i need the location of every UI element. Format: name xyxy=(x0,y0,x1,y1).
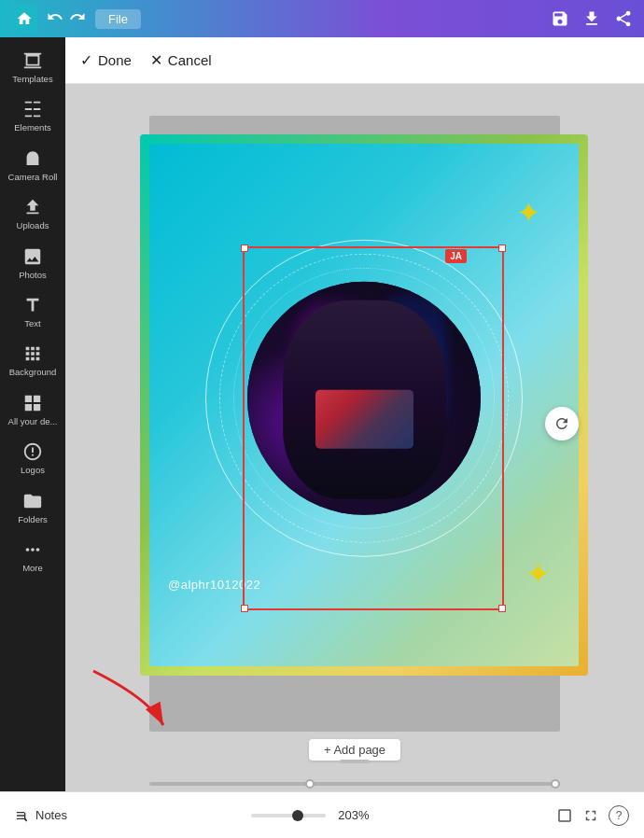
sidebar-camera-roll-label: Camera Roll xyxy=(8,172,58,182)
face-background xyxy=(247,282,481,515)
sidebar-elements-label: Elements xyxy=(14,122,51,133)
sidebar-item-more[interactable]: More xyxy=(0,532,65,580)
notes-button[interactable]: Notes xyxy=(15,808,67,823)
sidebar-all-designs-label: All your de... xyxy=(8,416,58,426)
design-card[interactable]: ✦ ✦ @alphr1012022 xyxy=(140,134,588,676)
redo-button[interactable] xyxy=(69,8,86,29)
sidebar-photos-label: Photos xyxy=(19,270,47,280)
refresh-button[interactable] xyxy=(545,407,579,440)
sidebar-uploads-label: Uploads xyxy=(17,220,49,230)
zoom-level: 203% xyxy=(335,808,372,822)
done-button[interactable]: ✓ Done xyxy=(80,51,132,69)
check-icon: ✓ xyxy=(80,51,92,69)
sidebar-logos-label: Logos xyxy=(21,465,45,475)
bottom-bar: Notes 203% ? xyxy=(0,791,644,838)
top-bar-actions xyxy=(551,9,633,28)
top-bar: File xyxy=(0,0,644,37)
fullscreen-icon[interactable] xyxy=(582,807,599,824)
sidebar-item-uploads[interactable]: Uploads xyxy=(0,189,65,238)
sparkle-bottom-right: ✦ xyxy=(525,556,551,592)
canvas-wrapper: ✦ ✦ @alphr1012022 JA + Ad xyxy=(65,84,644,763)
sidebar-more-label: More xyxy=(22,563,43,573)
face-shape xyxy=(283,300,446,499)
design-inner: ✦ ✦ @alphr1012022 xyxy=(149,144,579,666)
zoom-slider-thumb[interactable] xyxy=(292,810,303,821)
sidebar-templates-label: Templates xyxy=(12,74,52,84)
zoom-controls: 203% xyxy=(251,808,372,822)
undo-button[interactable] xyxy=(47,8,63,29)
sidebar-background-label: Background xyxy=(9,367,57,377)
top-bar-left: File xyxy=(11,6,141,32)
zoom-slider-wrap xyxy=(251,814,326,817)
action-bar: ✓ Done ✕ Cancel xyxy=(65,37,644,84)
drag-handle[interactable] xyxy=(340,760,370,763)
username-text: @alphr1012022 xyxy=(168,578,260,592)
sidebar-folders-label: Folders xyxy=(18,514,48,524)
undo-redo-group xyxy=(47,8,86,29)
mask-piece xyxy=(315,389,413,449)
pages-icon[interactable] xyxy=(556,807,573,824)
cancel-label: Cancel xyxy=(168,52,212,68)
cancel-button[interactable]: ✕ Cancel xyxy=(150,51,212,69)
scroll-thumb-right xyxy=(551,779,560,789)
x-icon: ✕ xyxy=(150,51,162,69)
sidebar-item-photos[interactable]: Photos xyxy=(0,239,65,287)
sidebar-item-text[interactable]: Text xyxy=(0,287,65,336)
sparkle-top-right: ✦ xyxy=(516,195,541,230)
canvas-background[interactable]: ✦ ✦ @alphr1012022 JA xyxy=(149,116,560,732)
sidebar-item-folders[interactable]: Folders xyxy=(0,483,65,532)
bottom-right-icons: ? xyxy=(556,805,629,826)
save-icon[interactable] xyxy=(551,9,569,28)
add-page-button[interactable]: + Add page xyxy=(309,739,400,761)
done-label: Done xyxy=(98,52,132,68)
horizontal-scroll-track[interactable] xyxy=(149,782,560,786)
scroll-thumb-left xyxy=(305,779,315,789)
sidebar-item-camera-roll[interactable]: Camera Roll xyxy=(0,141,65,189)
drag-handle-bar xyxy=(340,760,370,763)
file-menu[interactable]: File xyxy=(95,9,141,29)
profile-photo xyxy=(247,282,481,515)
circle-rings xyxy=(196,230,532,566)
zoom-slider[interactable] xyxy=(251,814,326,817)
help-button[interactable]: ? xyxy=(609,805,629,826)
sidebar: Templates Elements Camera Roll Uploads P… xyxy=(0,37,65,791)
sidebar-item-all-designs[interactable]: All your de... xyxy=(0,385,65,434)
sidebar-item-logos[interactable]: Logos xyxy=(0,434,65,482)
notes-icon xyxy=(15,808,30,823)
share-icon[interactable] xyxy=(614,9,633,28)
main-canvas-area: ✦ ✦ @alphr1012022 JA + Ad xyxy=(65,37,644,791)
home-button[interactable] xyxy=(11,6,37,32)
sidebar-item-background[interactable]: Background xyxy=(0,336,65,384)
notes-label: Notes xyxy=(35,808,67,822)
sidebar-text-label: Text xyxy=(24,318,40,328)
sidebar-item-elements[interactable]: Elements xyxy=(0,91,65,140)
download-icon[interactable] xyxy=(582,9,601,28)
ja-badge: JA xyxy=(445,249,467,263)
sidebar-item-templates[interactable]: Templates xyxy=(0,43,65,91)
